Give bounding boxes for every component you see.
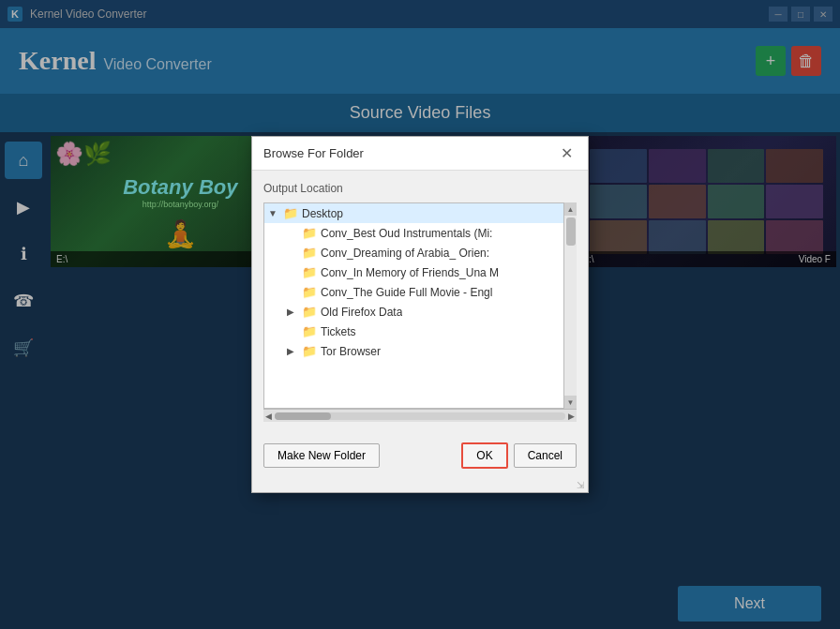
resize-handle[interactable]: ⇲: [252, 478, 588, 492]
tickets-label: Tickets: [321, 325, 356, 338]
cancel-button[interactable]: Cancel: [514, 443, 577, 468]
scroll-thumb-h: [275, 412, 331, 420]
dialog-body: Output Location ▼ 📁 Desktop 📁 Conv_Best …: [252, 171, 588, 433]
scroll-up-btn[interactable]: ▲: [564, 202, 577, 216]
browse-folder-dialog: Browse For Folder ✕ Output Location ▼ 📁 …: [251, 136, 589, 493]
conv4-label: Conv_The Guide Full Movie - Engl: [321, 286, 492, 299]
tree-item-desktop[interactable]: ▼ 📁 Desktop: [264, 203, 576, 223]
folder-icon-tickets: 📁: [302, 324, 317, 338]
tree-item-conv1[interactable]: 📁 Conv_Best Oud Instrumentals (Mi:: [264, 223, 576, 243]
folder-icon-conv1: 📁: [302, 226, 317, 240]
tree-item-conv4[interactable]: 📁 Conv_The Guide Full Movie - Engl: [264, 282, 576, 302]
tree-item-old-firefox[interactable]: ▶ 📁 Old Firefox Data: [264, 302, 576, 322]
folder-icon-desktop: 📁: [283, 206, 298, 220]
scroll-track-v: [564, 216, 577, 396]
scroll-down-btn[interactable]: ▼: [564, 396, 577, 409]
file-tree-container: ▼ 📁 Desktop 📁 Conv_Best Oud Instrumental…: [263, 202, 577, 409]
scroll-track-h: [275, 412, 565, 420]
tree-item-conv3[interactable]: 📁 Conv_In Memory of Friends_Una M: [264, 262, 576, 282]
desktop-label: Desktop: [302, 207, 343, 220]
folder-icon-tor: 📁: [302, 344, 317, 358]
folder-icon-conv4: 📁: [302, 285, 317, 299]
horizontal-scrollbar[interactable]: ◀ ▶: [263, 409, 577, 422]
expand-arrow-desktop: ▼: [268, 208, 279, 218]
dialog-footer: Make New Folder OK Cancel: [252, 433, 588, 478]
dialog-titlebar: Browse For Folder ✕: [252, 137, 588, 171]
file-tree[interactable]: ▼ 📁 Desktop 📁 Conv_Best Oud Instrumental…: [263, 202, 577, 409]
folder-icon-firefox: 📁: [302, 305, 317, 319]
dialog-title: Browse For Folder: [263, 146, 364, 160]
folder-icon-conv3: 📁: [302, 265, 317, 279]
output-location-label: Output Location: [263, 182, 577, 195]
firefox-label: Old Firefox Data: [321, 306, 402, 319]
tor-label: Tor Browser: [321, 345, 381, 358]
tree-item-conv2[interactable]: 📁 Conv_Dreaming of Arabia_ Orien:: [264, 243, 576, 262]
vertical-scrollbar[interactable]: ▲ ▼: [563, 202, 577, 409]
conv2-label: Conv_Dreaming of Arabia_ Orien:: [321, 247, 489, 260]
tree-item-tor[interactable]: ▶ 📁 Tor Browser: [264, 341, 576, 361]
tree-item-tickets[interactable]: 📁 Tickets: [264, 322, 576, 341]
folder-icon-conv2: 📁: [302, 246, 317, 260]
conv1-label: Conv_Best Oud Instrumentals (Mi:: [321, 227, 492, 240]
dialog-overlay: Browse For Folder ✕ Output Location ▼ 📁 …: [0, 0, 840, 629]
scroll-thumb-v: [566, 217, 576, 246]
make-new-folder-button[interactable]: Make New Folder: [263, 443, 380, 468]
dialog-close-button[interactable]: ✕: [557, 144, 577, 162]
conv3-label: Conv_In Memory of Friends_Una M: [321, 266, 499, 279]
scroll-right-btn[interactable]: ▶: [568, 412, 575, 421]
scroll-left-btn[interactable]: ◀: [265, 412, 272, 421]
expand-arrow-tor: ▶: [287, 346, 298, 356]
ok-button[interactable]: OK: [461, 442, 507, 469]
expand-arrow-firefox: ▶: [287, 307, 298, 317]
